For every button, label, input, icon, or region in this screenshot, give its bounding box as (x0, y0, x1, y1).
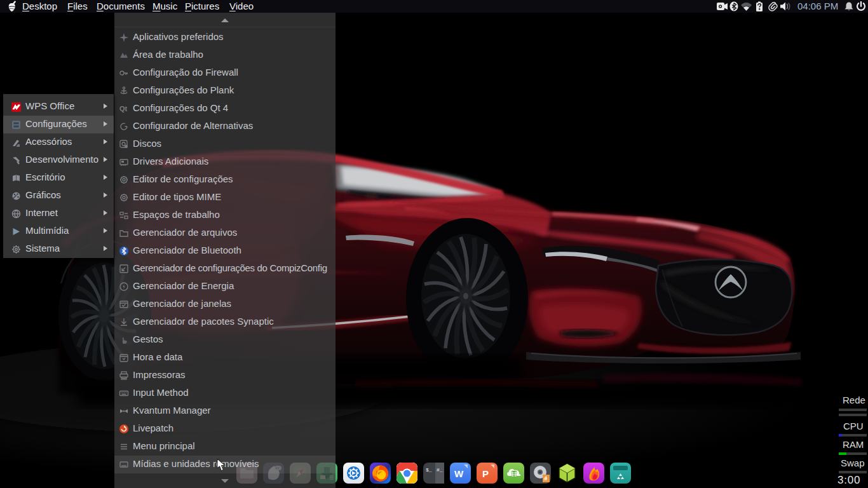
svg-text:$_: $_ (426, 467, 432, 473)
svg-text:#_: #_ (437, 467, 443, 473)
svg-text:W: W (454, 468, 464, 479)
svg-text:P: P (482, 468, 489, 479)
svg-text:Qt: Qt (119, 105, 128, 112)
